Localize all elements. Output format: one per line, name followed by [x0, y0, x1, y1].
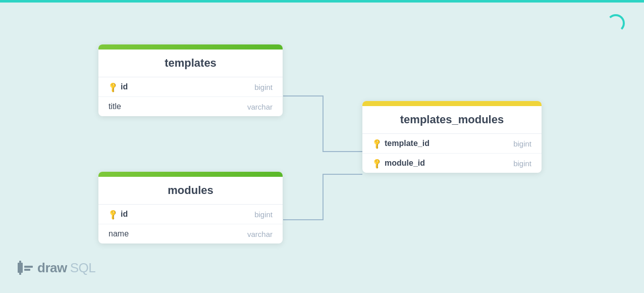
field-type-bigint2: bigint — [513, 159, 531, 168]
field-name-name: name — [109, 229, 129, 238]
logo-icon — [16, 259, 34, 277]
table-row: title varchar — [98, 97, 283, 116]
field-type-bigint: bigint — [513, 139, 531, 148]
field-name-template-id: 🔑 template_id — [372, 139, 430, 148]
templates-modules-header: templates_modules — [362, 106, 542, 134]
templates-modules-header-bar — [362, 101, 542, 106]
field-type-varchar: varchar — [247, 230, 273, 238]
field-name-title: title — [109, 102, 121, 111]
templates-modules-table: templates_modules 🔑 template_id bigint 🔑… — [362, 101, 542, 173]
key-icon: 🔑 — [107, 208, 119, 220]
field-type-bigint: bigint — [254, 210, 273, 219]
modules-header: modules — [98, 177, 283, 205]
field-name-id: 🔑 id — [109, 210, 128, 219]
key-icon: 🔑 — [107, 81, 119, 92]
field-type-bigint: bigint — [254, 83, 273, 91]
svg-rect-4 — [24, 269, 30, 271]
modules-table: modules 🔑 id bigint name varchar — [98, 172, 283, 243]
templates-header-bar — [98, 44, 283, 50]
logo-sql-text: SQL — [70, 260, 96, 276]
svg-rect-3 — [24, 266, 33, 268]
table-row: 🔑 id bigint — [98, 77, 283, 97]
templates-modules-rows: 🔑 template_id bigint 🔑 module_id bigint — [362, 134, 542, 173]
logo: drawSQL — [16, 259, 95, 277]
field-type-varchar: varchar — [247, 103, 273, 111]
key-icon: 🔑 — [371, 157, 383, 169]
templates-table: templates 🔑 id bigint title varchar — [98, 44, 283, 116]
svg-rect-1 — [19, 261, 21, 263]
table-row: 🔑 id bigint — [98, 205, 283, 224]
modules-rows: 🔑 id bigint name varchar — [98, 205, 283, 243]
key-icon: 🔑 — [371, 137, 383, 149]
field-name-id: 🔑 id — [109, 82, 128, 91]
svg-rect-2 — [19, 273, 21, 275]
table-row: name varchar — [98, 224, 283, 243]
table-row: 🔑 template_id bigint — [362, 134, 542, 154]
table-row: 🔑 module_id bigint — [362, 154, 542, 173]
logo-draw-text: draw — [37, 260, 67, 276]
templates-rows: 🔑 id bigint title varchar — [98, 77, 283, 116]
modules-header-bar — [98, 172, 283, 177]
svg-rect-0 — [18, 263, 23, 273]
templates-header: templates — [98, 50, 283, 77]
field-name-module-id: 🔑 module_id — [372, 159, 425, 168]
canvas: templates 🔑 id bigint title varchar modu… — [0, 3, 644, 293]
